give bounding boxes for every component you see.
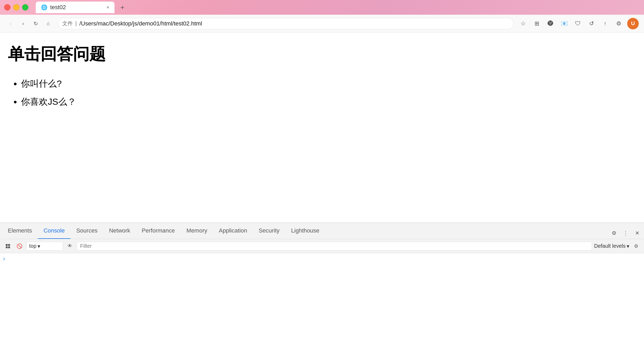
- page-title: 单击回答问题: [8, 43, 636, 65]
- tab-lighthouse[interactable]: Lighthouse: [285, 223, 325, 239]
- close-window-button[interactable]: [4, 4, 11, 10]
- console-toolbar: 🚫 top ▾ 👁 Default levels ▾ ⚙: [0, 239, 644, 253]
- list-item: 你叫什么?: [21, 76, 636, 92]
- tab-memory[interactable]: Memory: [181, 223, 213, 239]
- navigation-bar: ‹ › ↻ ⌂ 文件 | /Users/mac/Desktop/js/demo0…: [0, 15, 644, 33]
- tab-favicon: 🌐: [41, 4, 48, 10]
- list-item: 你喜欢JS么？: [21, 94, 636, 110]
- svg-rect-3: [8, 246, 10, 248]
- bookmark-button[interactable]: ☆: [518, 18, 528, 29]
- svg-rect-0: [6, 244, 8, 246]
- svg-rect-1: [8, 244, 10, 246]
- address-separator: |: [75, 20, 77, 27]
- chevron-down-icon: ▾: [38, 243, 40, 249]
- devtools-settings-button[interactable]: ⚙: [609, 228, 619, 238]
- devtools-right-controls: ⚙ ⋮ ✕: [609, 228, 642, 239]
- browser-tab[interactable]: 🌐 test02 ×: [36, 2, 115, 13]
- chevron-down-icon: ▾: [627, 243, 629, 249]
- devtools-close-button[interactable]: ✕: [632, 228, 642, 238]
- nav-right-controls: ☆ ⊞ 🅥 📧 🛡 ↺ ↑ ⚙ U: [518, 18, 639, 29]
- outlook-button[interactable]: 📧: [559, 18, 569, 29]
- console-levels-selector[interactable]: Default levels ▾: [594, 243, 629, 249]
- shield-icon[interactable]: 🛡: [573, 18, 583, 29]
- tab-security[interactable]: Security: [253, 223, 285, 239]
- console-run-button[interactable]: [3, 241, 13, 251]
- play-icon: [5, 244, 11, 249]
- settings-button[interactable]: ⚙: [614, 18, 624, 29]
- console-context-label: top: [29, 243, 37, 249]
- tab-performance[interactable]: Performance: [136, 223, 181, 239]
- extensions-button[interactable]: ⊞: [532, 18, 542, 29]
- address-bar[interactable]: 文件 | /Users/mac/Desktop/js/demo01/html/t…: [58, 18, 514, 29]
- history-button[interactable]: ↺: [586, 18, 597, 29]
- address-url: /Users/mac/Desktop/js/demo01/html/test02…: [79, 20, 509, 27]
- tab-console[interactable]: Console: [38, 223, 71, 239]
- tab-application[interactable]: Application: [213, 223, 253, 239]
- tab-bar: 🌐 test02 × +: [36, 2, 640, 13]
- console-filter-input[interactable]: [77, 242, 592, 251]
- console-settings-button[interactable]: ⚙: [631, 241, 641, 251]
- refresh-button[interactable]: ↻: [30, 18, 41, 29]
- tab-title: test02: [50, 4, 104, 11]
- console-chevron-icon[interactable]: ›: [3, 255, 5, 262]
- console-output: ›: [0, 253, 644, 264]
- devtools-panel: Elements Console Sources Network Perform…: [0, 223, 644, 359]
- devtools-tab-bar: Elements Console Sources Network Perform…: [0, 223, 644, 239]
- voilet-button[interactable]: 🅥: [545, 18, 556, 29]
- page-list: 你叫什么? 你喜欢JS么？: [21, 76, 636, 110]
- console-levels-label: Default levels: [594, 243, 626, 249]
- console-context-selector[interactable]: top ▾: [26, 242, 63, 251]
- traffic-lights: [4, 4, 28, 10]
- tab-close-button[interactable]: ×: [106, 5, 109, 10]
- minimize-window-button[interactable]: [13, 4, 19, 10]
- maximize-window-button[interactable]: [22, 4, 28, 10]
- update-button[interactable]: ↑: [600, 18, 610, 29]
- svg-rect-2: [6, 246, 8, 248]
- address-protocol: 文件: [62, 20, 73, 27]
- home-button[interactable]: ⌂: [43, 18, 54, 29]
- new-tab-button[interactable]: +: [117, 2, 128, 13]
- page-content: 单击回答问题 你叫什么? 你喜欢JS么？: [0, 33, 644, 211]
- forward-button[interactable]: ›: [18, 18, 28, 29]
- tab-sources[interactable]: Sources: [70, 223, 103, 239]
- console-eye-button[interactable]: 👁: [65, 241, 75, 251]
- tab-elements[interactable]: Elements: [2, 223, 38, 239]
- tab-network[interactable]: Network: [103, 223, 136, 239]
- user-avatar[interactable]: U: [627, 18, 639, 29]
- devtools-more-button[interactable]: ⋮: [621, 228, 630, 238]
- back-button[interactable]: ‹: [5, 18, 16, 29]
- console-clear-button[interactable]: 🚫: [15, 241, 24, 251]
